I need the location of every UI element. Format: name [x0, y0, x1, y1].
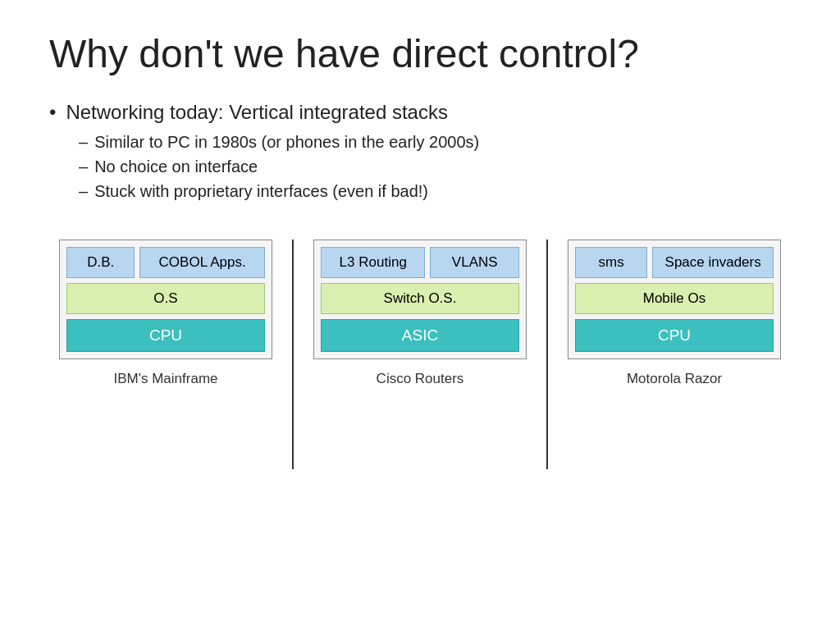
- ibm-row-3: CPU: [66, 319, 265, 352]
- diagrams-section: D.B. COBOL Apps. O.S CPU IBM's Mainframe…: [49, 240, 791, 605]
- motorola-row-1: sms Space invaders: [575, 247, 774, 278]
- cisco-row-2: Switch O.S.: [321, 283, 519, 314]
- sub-bullet-text-3: Stuck with proprietary interfaces (even …: [94, 179, 428, 203]
- sub-bullet-text-2: No choice on interface: [94, 154, 258, 179]
- diagram-ibm: D.B. COBOL Apps. O.S CPU IBM's Mainframe: [59, 240, 272, 387]
- cisco-label: Cisco Routers: [377, 371, 464, 387]
- cisco-cell-vlans: VLANS: [430, 247, 519, 278]
- motorola-row-2: Mobile Os: [575, 283, 774, 314]
- ibm-cell-cobol: COBOL Apps.: [139, 247, 265, 278]
- cisco-cell-switchos: Switch O.S.: [321, 283, 519, 314]
- cisco-cell-l3: L3 Routing: [321, 247, 425, 278]
- cisco-row-3: ASIC: [321, 319, 519, 352]
- ibm-row-1: D.B. COBOL Apps.: [66, 247, 265, 278]
- divider-line-1: [292, 240, 294, 469]
- motorola-stack-box: sms Space invaders Mobile Os CPU: [568, 240, 781, 359]
- sub-bullet-2: – No choice on interface: [79, 154, 791, 179]
- sub-bullet-3: – Stuck with proprietary interfaces (eve…: [79, 179, 791, 203]
- sub-bullets: – Similar to PC in 1980s (or phones in t…: [79, 130, 791, 203]
- bullet-item-1: • Networking today: Vertical integrated …: [49, 99, 791, 203]
- bullet-main-text: Networking today: Vertical integrated st…: [66, 99, 448, 125]
- sub-dash-2: –: [79, 154, 88, 179]
- slide-title: Why don't we have direct control?: [49, 33, 791, 76]
- sub-dash-1: –: [79, 130, 88, 154]
- sub-bullet-1: – Similar to PC in 1980s (or phones in t…: [79, 130, 791, 154]
- ibm-stack-box: D.B. COBOL Apps. O.S CPU: [59, 240, 272, 359]
- ibm-cell-os: O.S: [66, 283, 265, 314]
- cisco-cell-asic: ASIC: [321, 319, 519, 352]
- bullets-list: • Networking today: Vertical integrated …: [49, 99, 791, 203]
- motorola-cell-space: Space invaders: [652, 247, 774, 278]
- divider-1: [292, 240, 294, 469]
- sub-bullet-text-1: Similar to PC in 1980s (or phones in the…: [94, 130, 479, 154]
- cisco-row-1: L3 Routing VLANS: [321, 247, 519, 278]
- ibm-row-2: O.S: [66, 283, 265, 314]
- diagram-cisco: L3 Routing VLANS Switch O.S. ASIC Cisco …: [313, 240, 527, 387]
- divider-line-2: [546, 240, 548, 469]
- motorola-cell-cpu: CPU: [575, 319, 774, 352]
- motorola-label: Motorola Razor: [627, 371, 722, 387]
- ibm-cell-db: D.B.: [66, 247, 135, 278]
- sub-dash-3: –: [79, 179, 88, 203]
- slide: Why don't we have direct control? • Netw…: [0, 0, 840, 630]
- motorola-cell-mobileos: Mobile Os: [575, 283, 774, 314]
- divider-2: [546, 240, 548, 469]
- bullet-dot: •: [49, 99, 56, 125]
- motorola-row-3: CPU: [575, 319, 774, 352]
- ibm-label: IBM's Mainframe: [114, 371, 218, 387]
- motorola-cell-sms: sms: [575, 247, 647, 278]
- ibm-cell-cpu: CPU: [66, 319, 265, 352]
- diagram-motorola: sms Space invaders Mobile Os CPU Motorol…: [568, 240, 781, 387]
- cisco-stack-box: L3 Routing VLANS Switch O.S. ASIC: [313, 240, 527, 359]
